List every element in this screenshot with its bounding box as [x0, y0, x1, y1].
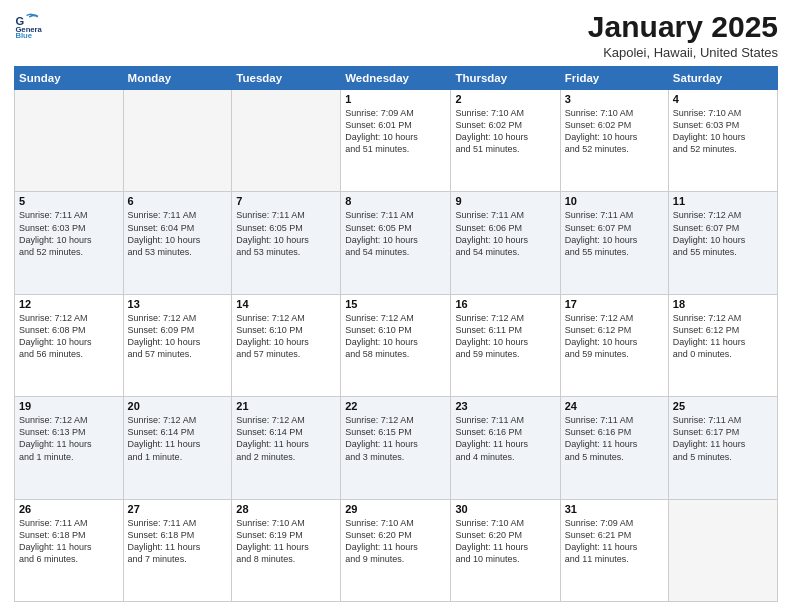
day-info: Sunrise: 7:12 AM Sunset: 6:14 PM Dayligh… — [128, 414, 228, 463]
day-info: Sunrise: 7:11 AM Sunset: 6:05 PM Dayligh… — [236, 209, 336, 258]
calendar-cell: 21Sunrise: 7:12 AM Sunset: 6:14 PM Dayli… — [232, 397, 341, 499]
day-number: 6 — [128, 195, 228, 207]
header: G General Blue January 2025 Kapolei, Haw… — [14, 10, 778, 60]
calendar-cell: 11Sunrise: 7:12 AM Sunset: 6:07 PM Dayli… — [668, 192, 777, 294]
day-number: 29 — [345, 503, 446, 515]
calendar: Sunday Monday Tuesday Wednesday Thursday… — [14, 66, 778, 602]
day-number: 28 — [236, 503, 336, 515]
day-info: Sunrise: 7:11 AM Sunset: 6:16 PM Dayligh… — [565, 414, 664, 463]
day-info: Sunrise: 7:09 AM Sunset: 6:21 PM Dayligh… — [565, 517, 664, 566]
day-info: Sunrise: 7:12 AM Sunset: 6:12 PM Dayligh… — [565, 312, 664, 361]
day-info: Sunrise: 7:10 AM Sunset: 6:19 PM Dayligh… — [236, 517, 336, 566]
calendar-cell: 15Sunrise: 7:12 AM Sunset: 6:10 PM Dayli… — [341, 294, 451, 396]
day-info: Sunrise: 7:11 AM Sunset: 6:17 PM Dayligh… — [673, 414, 773, 463]
col-thursday: Thursday — [451, 67, 560, 90]
day-number: 13 — [128, 298, 228, 310]
calendar-cell: 7Sunrise: 7:11 AM Sunset: 6:05 PM Daylig… — [232, 192, 341, 294]
day-info: Sunrise: 7:12 AM Sunset: 6:13 PM Dayligh… — [19, 414, 119, 463]
col-saturday: Saturday — [668, 67, 777, 90]
day-number: 12 — [19, 298, 119, 310]
day-info: Sunrise: 7:12 AM Sunset: 6:15 PM Dayligh… — [345, 414, 446, 463]
day-number: 27 — [128, 503, 228, 515]
day-number: 21 — [236, 400, 336, 412]
day-number: 23 — [455, 400, 555, 412]
calendar-cell: 25Sunrise: 7:11 AM Sunset: 6:17 PM Dayli… — [668, 397, 777, 499]
day-number: 30 — [455, 503, 555, 515]
day-number: 15 — [345, 298, 446, 310]
day-info: Sunrise: 7:11 AM Sunset: 6:05 PM Dayligh… — [345, 209, 446, 258]
calendar-cell: 26Sunrise: 7:11 AM Sunset: 6:18 PM Dayli… — [15, 499, 124, 601]
col-tuesday: Tuesday — [232, 67, 341, 90]
calendar-cell: 2Sunrise: 7:10 AM Sunset: 6:02 PM Daylig… — [451, 90, 560, 192]
calendar-cell: 31Sunrise: 7:09 AM Sunset: 6:21 PM Dayli… — [560, 499, 668, 601]
day-info: Sunrise: 7:12 AM Sunset: 6:08 PM Dayligh… — [19, 312, 119, 361]
day-number: 2 — [455, 93, 555, 105]
calendar-week-2: 5Sunrise: 7:11 AM Sunset: 6:03 PM Daylig… — [15, 192, 778, 294]
page: G General Blue January 2025 Kapolei, Haw… — [0, 0, 792, 612]
day-number: 3 — [565, 93, 664, 105]
calendar-week-3: 12Sunrise: 7:12 AM Sunset: 6:08 PM Dayli… — [15, 294, 778, 396]
calendar-cell: 17Sunrise: 7:12 AM Sunset: 6:12 PM Dayli… — [560, 294, 668, 396]
title-block: January 2025 Kapolei, Hawaii, United Sta… — [588, 10, 778, 60]
col-wednesday: Wednesday — [341, 67, 451, 90]
calendar-cell: 22Sunrise: 7:12 AM Sunset: 6:15 PM Dayli… — [341, 397, 451, 499]
calendar-cell: 9Sunrise: 7:11 AM Sunset: 6:06 PM Daylig… — [451, 192, 560, 294]
day-info: Sunrise: 7:11 AM Sunset: 6:16 PM Dayligh… — [455, 414, 555, 463]
day-number: 19 — [19, 400, 119, 412]
calendar-cell: 23Sunrise: 7:11 AM Sunset: 6:16 PM Dayli… — [451, 397, 560, 499]
day-info: Sunrise: 7:11 AM Sunset: 6:18 PM Dayligh… — [19, 517, 119, 566]
day-number: 14 — [236, 298, 336, 310]
subtitle: Kapolei, Hawaii, United States — [588, 45, 778, 60]
calendar-cell: 14Sunrise: 7:12 AM Sunset: 6:10 PM Dayli… — [232, 294, 341, 396]
calendar-header-row: Sunday Monday Tuesday Wednesday Thursday… — [15, 67, 778, 90]
day-info: Sunrise: 7:11 AM Sunset: 6:07 PM Dayligh… — [565, 209, 664, 258]
day-number: 24 — [565, 400, 664, 412]
day-number: 16 — [455, 298, 555, 310]
day-info: Sunrise: 7:11 AM Sunset: 6:04 PM Dayligh… — [128, 209, 228, 258]
day-number: 26 — [19, 503, 119, 515]
calendar-week-4: 19Sunrise: 7:12 AM Sunset: 6:13 PM Dayli… — [15, 397, 778, 499]
calendar-week-5: 26Sunrise: 7:11 AM Sunset: 6:18 PM Dayli… — [15, 499, 778, 601]
day-number: 11 — [673, 195, 773, 207]
day-number: 7 — [236, 195, 336, 207]
day-info: Sunrise: 7:10 AM Sunset: 6:20 PM Dayligh… — [345, 517, 446, 566]
main-title: January 2025 — [588, 10, 778, 43]
calendar-cell: 24Sunrise: 7:11 AM Sunset: 6:16 PM Dayli… — [560, 397, 668, 499]
day-info: Sunrise: 7:11 AM Sunset: 6:18 PM Dayligh… — [128, 517, 228, 566]
day-number: 5 — [19, 195, 119, 207]
calendar-cell: 29Sunrise: 7:10 AM Sunset: 6:20 PM Dayli… — [341, 499, 451, 601]
day-number: 1 — [345, 93, 446, 105]
col-monday: Monday — [123, 67, 232, 90]
calendar-cell: 3Sunrise: 7:10 AM Sunset: 6:02 PM Daylig… — [560, 90, 668, 192]
day-info: Sunrise: 7:12 AM Sunset: 6:10 PM Dayligh… — [236, 312, 336, 361]
day-info: Sunrise: 7:09 AM Sunset: 6:01 PM Dayligh… — [345, 107, 446, 156]
logo: G General Blue — [14, 10, 42, 38]
day-info: Sunrise: 7:12 AM Sunset: 6:11 PM Dayligh… — [455, 312, 555, 361]
calendar-cell: 1Sunrise: 7:09 AM Sunset: 6:01 PM Daylig… — [341, 90, 451, 192]
calendar-cell: 16Sunrise: 7:12 AM Sunset: 6:11 PM Dayli… — [451, 294, 560, 396]
calendar-cell: 4Sunrise: 7:10 AM Sunset: 6:03 PM Daylig… — [668, 90, 777, 192]
svg-text:Blue: Blue — [15, 31, 32, 38]
day-info: Sunrise: 7:10 AM Sunset: 6:20 PM Dayligh… — [455, 517, 555, 566]
day-number: 8 — [345, 195, 446, 207]
day-number: 4 — [673, 93, 773, 105]
day-number: 22 — [345, 400, 446, 412]
calendar-cell — [15, 90, 124, 192]
calendar-cell — [123, 90, 232, 192]
day-number: 9 — [455, 195, 555, 207]
calendar-cell — [668, 499, 777, 601]
day-info: Sunrise: 7:10 AM Sunset: 6:02 PM Dayligh… — [455, 107, 555, 156]
calendar-cell: 13Sunrise: 7:12 AM Sunset: 6:09 PM Dayli… — [123, 294, 232, 396]
col-friday: Friday — [560, 67, 668, 90]
day-info: Sunrise: 7:11 AM Sunset: 6:03 PM Dayligh… — [19, 209, 119, 258]
calendar-cell: 20Sunrise: 7:12 AM Sunset: 6:14 PM Dayli… — [123, 397, 232, 499]
day-number: 18 — [673, 298, 773, 310]
calendar-cell: 10Sunrise: 7:11 AM Sunset: 6:07 PM Dayli… — [560, 192, 668, 294]
calendar-cell: 6Sunrise: 7:11 AM Sunset: 6:04 PM Daylig… — [123, 192, 232, 294]
day-info: Sunrise: 7:10 AM Sunset: 6:02 PM Dayligh… — [565, 107, 664, 156]
calendar-cell: 5Sunrise: 7:11 AM Sunset: 6:03 PM Daylig… — [15, 192, 124, 294]
col-sunday: Sunday — [15, 67, 124, 90]
day-number: 10 — [565, 195, 664, 207]
calendar-cell: 30Sunrise: 7:10 AM Sunset: 6:20 PM Dayli… — [451, 499, 560, 601]
day-info: Sunrise: 7:10 AM Sunset: 6:03 PM Dayligh… — [673, 107, 773, 156]
